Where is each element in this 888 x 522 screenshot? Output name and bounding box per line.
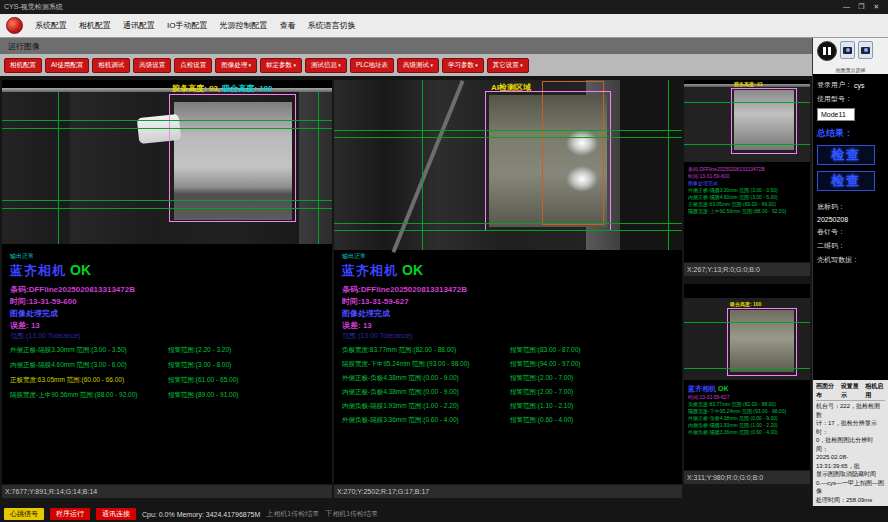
guide-line [334, 223, 682, 224]
output-status-text: 输出正常 [10, 252, 34, 261]
statistics-header: 画面分布 设置显示 相机启用 [816, 382, 885, 401]
pause-icon [828, 47, 831, 55]
tab-run-image[interactable]: 运行图像 [8, 41, 40, 52]
login-user-label: 登录用户： [817, 80, 852, 90]
app-window: CYS-视觉检测系统 — ❐ ✕ 系统配置 相机配置 通讯配置 IO手动配置 光… [0, 0, 888, 522]
model-row: 使用型号： [817, 94, 884, 104]
pixel-readout-left: X:7677;Y:891;R:14;G:14;B:14 [2, 485, 332, 498]
camera-toggle-1-button[interactable] [840, 41, 855, 59]
machine-dark-panel [620, 80, 682, 250]
result-box-1: 检查 [817, 145, 875, 165]
ai-region-overlay-text: AI检测区域 [491, 82, 531, 93]
menu-item-system-config[interactable]: 系统配置 [35, 20, 67, 31]
error-text: 误差: 13 [342, 320, 372, 331]
toolbar-button-spot-check[interactable]: 点检设置 [174, 58, 212, 73]
program-running-indicator: 程序运行 [50, 508, 90, 520]
toolbar-button-image-processing[interactable]: 图像处理 [215, 58, 257, 73]
time-text: 时间:13-31-59-600 [688, 173, 808, 180]
stats-line: 2025.02.08-13:31:39:65，批 [816, 453, 885, 470]
pixel-readout-small-bottom: X:311;Y:980;R:0;G:0;B:0 [684, 471, 810, 484]
camera-toggle-2-button[interactable] [858, 41, 873, 59]
measurement-text: 外侧负极-隔膜3.36mm 范围:(0.60 - 4.00) [342, 416, 459, 423]
model-select[interactable]: Mode11 [817, 108, 855, 121]
display-mode-caption: 画面显示选择 [813, 67, 888, 73]
right-camera-view[interactable]: AI检测区域 输出正常 蓝齐相机OK 条码:DFFline20250208133… [334, 80, 682, 484]
guide-line [318, 92, 319, 244]
stats-line: 0.—cys—一甲上拍图—图像 [816, 479, 885, 496]
camera-result-title: 蓝齐相机OK [10, 261, 91, 280]
stats-header-item: 设置显示 [841, 382, 861, 399]
menu-item-language-switch[interactable]: 系统语言切换 [307, 20, 355, 31]
mini-result-block: 条码:DFFline2025020813313472B 时间:13-31-59-… [688, 166, 808, 215]
close-button[interactable]: ✕ [869, 0, 884, 14]
title-bar: CYS-视觉检测系统 — ❐ ✕ [0, 0, 888, 14]
small-camera-view-bottom[interactable]: 吸合高度: 100 蓝齐相机OK 时间:13-31-59-627 负极宽度:83… [684, 284, 810, 470]
stats-line: 计：17，批检分辨显示时： [816, 419, 885, 436]
upper-camera-result-label: 上相机1传检结果 [266, 509, 319, 519]
alarm-range-text: 报警范围:(1.10 - 2.10) [510, 402, 573, 411]
maximize-button[interactable]: ❐ [854, 0, 869, 14]
height-overlay-text: 胶条高度: 93 [734, 81, 763, 87]
time-text: 时间:13-31-59-627 [342, 296, 409, 307]
measurement-text: 内侧负极-隔膜1.93mm 范围:(1.00 - 2.20) [688, 422, 808, 429]
guide-line [334, 137, 682, 138]
barcode-text: 条码:DFFline2025020813313472B [688, 166, 808, 173]
tolerance-text: 范围:(13.00 Tolerance) [342, 331, 412, 341]
toolbar-button-learning-params[interactable]: 学习参数 [442, 58, 484, 73]
pause-icon [823, 47, 826, 55]
model-label: 使用型号： [817, 94, 852, 104]
minimize-button[interactable]: — [839, 0, 854, 14]
process-done-text: 图像处理完成 [342, 308, 390, 319]
barcode-text: 条码:DFFline2025020813313472B [342, 284, 467, 295]
pause-button[interactable] [817, 41, 837, 61]
measurement-text: 正极宽度:63.05mm 范围:(60.00 - 66.00) [10, 376, 124, 383]
qr-code-label: 二维码： [817, 241, 845, 251]
toolbar-button-other-settings[interactable]: 其它设置 [487, 58, 529, 73]
camera-icon [861, 47, 870, 54]
bottom-code-label: 底标码： [817, 202, 845, 212]
menu-item-light-control[interactable]: 光源控制配置 [219, 20, 267, 31]
stats-header-item: 画面分布 [816, 382, 836, 399]
measurement-row: 外侧正极-负极4.38mm 范围:(0.00 - 9.00) 报警范围:(2.0… [342, 374, 680, 388]
heartbeat-indicator: 心跳信号 [4, 508, 44, 520]
guide-line [2, 128, 332, 129]
camera-result-title: 蓝齐相机OK [342, 261, 423, 280]
write-data-row: 壳机写数据： [817, 255, 884, 265]
guide-line [2, 120, 332, 121]
pin-number-row: 卷针号： [817, 227, 884, 237]
toolbar-button-advanced-test[interactable]: 高级测试 [397, 58, 439, 73]
alarm-range-text: 报警范围:(0.60 - 4.00) [510, 416, 573, 425]
menu-item-comm-config[interactable]: 通讯配置 [123, 20, 155, 31]
measurement-text: 外侧负极-隔膜3.36mm 范围:(0.60 - 4.00) [688, 429, 808, 436]
toolbar-button-camera-debug[interactable]: 相机调试 [92, 58, 130, 73]
stats-line: 0，批检图图比分辨时间： [816, 436, 885, 453]
stats-line: 显示图图取消隐藏时间 [816, 470, 885, 479]
toolbar-button-plc-address[interactable]: PLC地址表 [350, 58, 394, 73]
measurement-row: 内侧正极-负极4.38mm 范围:(0.00 - 9.00) 报警范围:(2.0… [342, 388, 680, 402]
menu-item-camera-config[interactable]: 相机配置 [79, 20, 111, 31]
toolbar-button-test-info[interactable]: 测试信息 [305, 58, 347, 73]
measurement-row: 外侧正极-隔膜3.30mm 范围:(3.00 - 3.50) 报警范围:(2.2… [10, 346, 330, 360]
toolbar-button-calibration-params[interactable]: 标定参数 [260, 58, 302, 73]
toolbar-button-ai-config[interactable]: AI使用配置 [45, 58, 89, 73]
toolbar-button-advanced-settings[interactable]: 高级设置 [133, 58, 171, 73]
small-camera-view-top[interactable]: 胶条高度: 93 条码:DFFline2025020813313472B 时间:… [684, 80, 810, 262]
menu-item-io-manual[interactable]: IO手动配置 [167, 20, 207, 31]
measurement-text: 外侧正极-负极4.38mm 范围:(0.00 - 9.00) [342, 374, 459, 381]
guide-line [668, 80, 669, 250]
status-bar: 心跳信号 程序运行 通讯连接 Cpu: 0.0% Memory: 3424.41… [0, 506, 888, 522]
time-text: 时间:13-31-59-600 [10, 296, 77, 307]
toolbar-button-camera-config[interactable]: 相机配置 [4, 58, 42, 73]
result-box-2: 检查 [817, 171, 875, 191]
window-controls: — ❐ ✕ [839, 0, 884, 14]
info-fields: 登录用户： cys 使用型号： Mode11 总结果： 检查 检查 底标码： 2… [813, 74, 888, 380]
menu-item-view[interactable]: 查看 [279, 20, 295, 31]
measurement-row: 内侧负极-隔膜1.93mm 范围:(1.00 - 2.20) 报警范围:(1.1… [342, 402, 680, 416]
bottom-code-row: 底标码： [817, 202, 884, 212]
qr-code-row: 二维码： [817, 241, 884, 251]
alarm-range-text: 报警范围:(89.00 - 91.00) [168, 391, 238, 400]
pin-number-label: 卷针号： [817, 227, 845, 237]
left-camera-view[interactable]: 胶条高度: 93, 吸合高度: 100 输出正常 蓝齐相机OK 条码:DFFli… [2, 80, 332, 484]
guide-line [684, 368, 810, 369]
height-overlay-text: 胶条高度: 93, 吸合高度: 100 [172, 83, 272, 94]
